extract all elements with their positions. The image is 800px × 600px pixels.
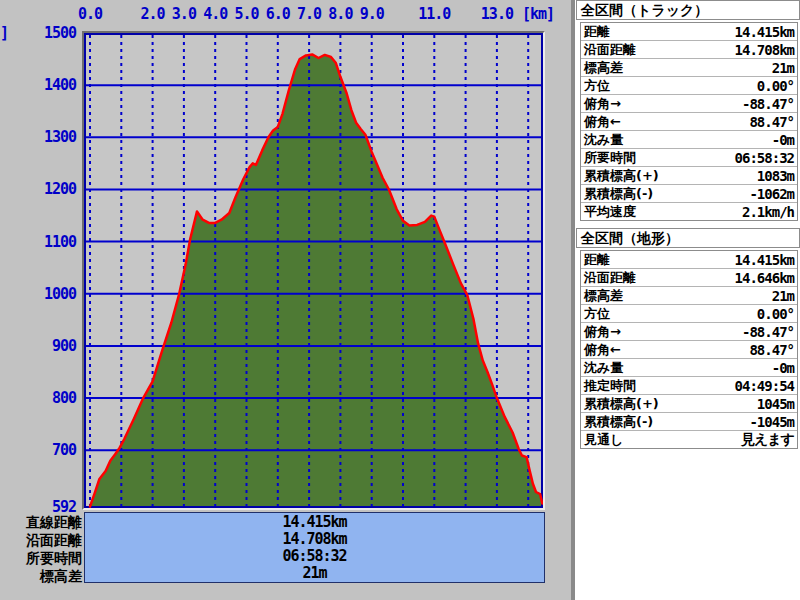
stat-row: 俯角←88.47° xyxy=(581,113,797,131)
elevation-profile-svg xyxy=(84,33,543,508)
summary-value-elevdiff: 21m xyxy=(85,565,544,582)
x-tick-label: 3.0 xyxy=(172,5,196,23)
stat-label: 所要時間 xyxy=(584,149,636,167)
stat-row: 累積標高(-)-1045m xyxy=(581,413,797,431)
stat-row: 沿面距離14.646km xyxy=(581,269,797,287)
x-tick-label: 7.0 xyxy=(297,5,321,23)
elevation-graph-window: ] [km] 0.02.03.04.05.06.07.08.09.011.013… xyxy=(0,0,800,600)
stat-row: 標高差21m xyxy=(581,59,797,77)
stat-value: -1062m xyxy=(749,186,794,202)
stat-label: 累積標高(-) xyxy=(584,185,653,203)
stat-label: 俯角→ xyxy=(584,95,621,113)
y-tick-label: 800 xyxy=(0,389,76,407)
stat-row: 方位0.00° xyxy=(581,77,797,95)
panel-track: 全区間（トラック） 距離14.415km沿面距離14.708km標高差21m方位… xyxy=(576,0,800,221)
stat-row: 平均速度2.1km/h xyxy=(581,203,797,220)
y-tick-label: 700 xyxy=(0,441,76,459)
stat-value: 06:58:32 xyxy=(735,150,794,166)
stats-sidebar: 全区間（トラック） 距離14.415km沿面距離14.708km標高差21m方位… xyxy=(576,0,800,600)
stat-value: -1045m xyxy=(749,414,794,430)
stat-row: 沈み量-0m xyxy=(581,359,797,377)
stat-label: 見通し xyxy=(584,431,623,449)
terrain-stats-table: 距離14.415km沿面距離14.646km標高差21m方位0.00°俯角→-8… xyxy=(580,250,798,449)
stat-row: 俯角→-88.47° xyxy=(581,323,797,341)
x-tick-label: 6.0 xyxy=(266,5,290,23)
stat-label: 距離 xyxy=(584,251,610,269)
summary-label: 直線距離 xyxy=(0,513,82,531)
stat-row: 方位0.00° xyxy=(581,305,797,323)
stat-value: 88.47° xyxy=(749,114,794,130)
stat-label: 標高差 xyxy=(584,287,623,305)
x-tick-label: 4.0 xyxy=(203,5,227,23)
stat-value: -88.47° xyxy=(742,324,794,340)
stat-label: 推定時間 xyxy=(584,377,636,395)
y-tick-label: 1000 xyxy=(0,285,76,303)
stat-row: 推定時間04:49:54 xyxy=(581,377,797,395)
y-tick-label: 900 xyxy=(0,337,76,355)
track-stats-table: 距離14.415km沿面距離14.708km標高差21m方位0.00°俯角→-8… xyxy=(580,22,798,221)
stat-label: 俯角← xyxy=(584,113,621,131)
stat-value: -0m xyxy=(772,132,794,148)
x-tick-label: 0.0 xyxy=(78,5,102,23)
stat-label: 方位 xyxy=(584,77,610,95)
x-tick-label: 11.0 xyxy=(418,5,450,23)
stat-label: 沿面距離 xyxy=(584,269,636,287)
stat-value: 0.00° xyxy=(757,78,794,94)
stat-row: 距離14.415km xyxy=(581,251,797,269)
elevation-chart-plot[interactable] xyxy=(82,31,545,510)
elevation-area-fill xyxy=(90,54,542,508)
stat-value: 1083m xyxy=(757,168,794,184)
y-tick-label: 1400 xyxy=(0,76,76,94)
y-tick-label: 1100 xyxy=(0,233,76,251)
summary-value-surface: 14.708km xyxy=(85,531,544,548)
stat-label: 沈み量 xyxy=(584,359,623,377)
stat-value: 14.646km xyxy=(735,270,794,286)
x-tick-label: 9.0 xyxy=(360,5,384,23)
stat-value: -0m xyxy=(772,360,794,376)
summary-label-column: 直線距離 沿面距離 所要時間 標高差 xyxy=(0,513,82,585)
stat-label: 累積標高(+) xyxy=(584,167,659,185)
stat-row: 距離14.415km xyxy=(581,23,797,41)
stat-value: 88.47° xyxy=(749,342,794,358)
stat-value: 1045m xyxy=(757,396,794,412)
stat-row: 沈み量-0m xyxy=(581,131,797,149)
x-tick-label: 2.0 xyxy=(141,5,165,23)
panel-title-terrain: 全区間（地形） xyxy=(576,228,800,248)
stat-label: 累積標高(-) xyxy=(584,413,653,431)
panel-terrain: 全区間（地形） 距離14.415km沿面距離14.646km標高差21m方位0.… xyxy=(576,228,800,449)
x-axis-unit-label: [km] xyxy=(522,5,554,23)
stat-value: 21m xyxy=(772,288,794,304)
stat-label: 俯角→ xyxy=(584,323,621,341)
summary-label: 標高差 xyxy=(0,567,82,585)
summary-value-time: 06:58:32 xyxy=(85,548,544,565)
x-tick-label: 8.0 xyxy=(328,5,352,23)
stat-value: 14.708km xyxy=(735,42,794,58)
summary-label: 沿面距離 xyxy=(0,531,82,549)
summary-box: 14.415km 14.708km 06:58:32 21m xyxy=(84,512,545,583)
stat-label: 方位 xyxy=(584,305,610,323)
stat-label: 沈み量 xyxy=(584,131,623,149)
summary-label: 所要時間 xyxy=(0,549,82,567)
stat-label: 平均速度 xyxy=(584,203,636,221)
stat-label: 沿面距離 xyxy=(584,41,636,59)
stat-label: 俯角← xyxy=(584,341,621,359)
stat-value: 0.00° xyxy=(757,306,794,322)
summary-value-distance: 14.415km xyxy=(85,514,544,531)
stat-row: 標高差21m xyxy=(581,287,797,305)
stat-value: 04:49:54 xyxy=(735,378,794,394)
stat-label: 累積標高(+) xyxy=(584,395,659,413)
stat-value: 2.1km/h xyxy=(742,204,794,220)
stat-value: -88.47° xyxy=(742,96,794,112)
stat-row: 累積標高(+)1045m xyxy=(581,395,797,413)
stat-label: 標高差 xyxy=(584,59,623,77)
y-tick-label: 1500 xyxy=(0,24,76,42)
stat-value: 見えます xyxy=(741,431,794,449)
stat-row: 所要時間06:58:32 xyxy=(581,149,797,167)
stat-row: 累積標高(-)-1062m xyxy=(581,185,797,203)
stat-row: 見通し見えます xyxy=(581,431,797,448)
panel-title-track: 全区間（トラック） xyxy=(576,0,800,20)
stat-value: 21m xyxy=(772,60,794,76)
stat-row: 沿面距離14.708km xyxy=(581,41,797,59)
y-tick-label: 1200 xyxy=(0,180,76,198)
x-tick-label: 13.0 xyxy=(481,5,513,23)
